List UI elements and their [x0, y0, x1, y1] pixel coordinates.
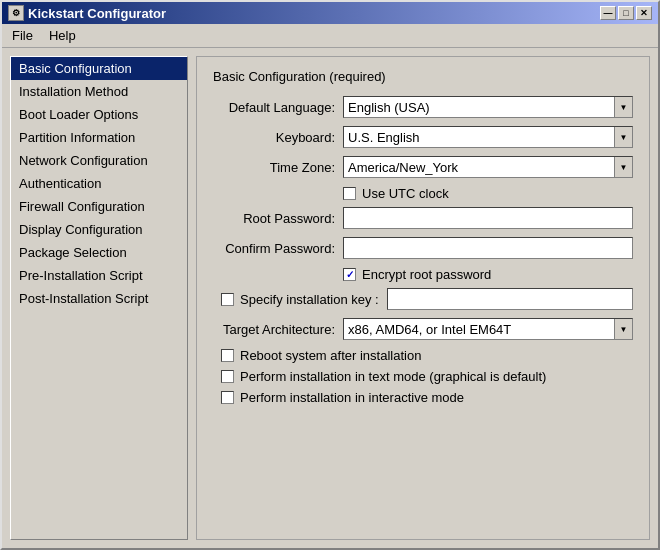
- menu-help[interactable]: Help: [43, 26, 82, 45]
- titlebar-app-icon: ⚙: [8, 5, 24, 21]
- reboot-checkbox[interactable]: [221, 349, 234, 362]
- timezone-dropdown-btn[interactable]: [614, 157, 632, 177]
- timezone-label: Time Zone:: [213, 160, 343, 175]
- confirm-password-row: Confirm Password:: [213, 237, 633, 259]
- utc-clock-checkbox-wrap[interactable]: Use UTC clock: [343, 186, 449, 201]
- titlebar: ⚙ Kickstart Configurator — □ ✕: [2, 2, 658, 24]
- default-language-label: Default Language:: [213, 100, 343, 115]
- target-arch-label: Target Architecture:: [213, 322, 343, 337]
- timezone-value: America/New_York: [344, 159, 614, 176]
- sidebar-item-authentication[interactable]: Authentication: [11, 172, 187, 195]
- keyboard-dropdown-btn[interactable]: [614, 127, 632, 147]
- text-mode-checkbox[interactable]: [221, 370, 234, 383]
- specify-key-label: Specify installation key :: [240, 292, 379, 307]
- encrypt-password-row: Encrypt root password: [213, 267, 633, 282]
- main-window: ⚙ Kickstart Configurator — □ ✕ File Help…: [0, 0, 660, 550]
- sidebar-item-display-configuration[interactable]: Display Configuration: [11, 218, 187, 241]
- utc-clock-row: Use UTC clock: [213, 186, 633, 201]
- default-language-row: Default Language: English (USA): [213, 96, 633, 118]
- sidebar-item-partition-information[interactable]: Partition Information: [11, 126, 187, 149]
- specify-key-row: Specify installation key :: [213, 288, 633, 310]
- timezone-control: America/New_York: [343, 156, 633, 178]
- sidebar-item-pre-installation-script[interactable]: Pre-Installation Script: [11, 264, 187, 287]
- utc-clock-label: Use UTC clock: [362, 186, 449, 201]
- text-mode-checkbox-wrap[interactable]: Perform installation in text mode (graph…: [221, 369, 546, 384]
- reboot-label: Reboot system after installation: [240, 348, 421, 363]
- specify-key-checkbox[interactable]: [221, 293, 234, 306]
- default-language-value: English (USA): [344, 99, 614, 116]
- encrypt-password-checkbox[interactable]: [343, 268, 356, 281]
- sidebar-item-installation-method[interactable]: Installation Method: [11, 80, 187, 103]
- keyboard-value: U.S. English: [344, 129, 614, 146]
- confirm-password-control: [343, 237, 633, 259]
- titlebar-left: ⚙ Kickstart Configurator: [8, 5, 166, 21]
- interactive-mode-checkbox-wrap[interactable]: Perform installation in interactive mode: [221, 390, 464, 405]
- keyboard-row: Keyboard: U.S. English: [213, 126, 633, 148]
- timezone-row: Time Zone: America/New_York: [213, 156, 633, 178]
- root-password-input[interactable]: [343, 207, 633, 229]
- keyboard-select[interactable]: U.S. English: [343, 126, 633, 148]
- reboot-row: Reboot system after installation: [213, 348, 633, 363]
- panel-title: Basic Configuration (required): [213, 69, 633, 84]
- minimize-button[interactable]: —: [600, 6, 616, 20]
- default-language-select[interactable]: English (USA): [343, 96, 633, 118]
- sidebar-item-network-configuration[interactable]: Network Configuration: [11, 149, 187, 172]
- confirm-password-input[interactable]: [343, 237, 633, 259]
- encrypt-password-label: Encrypt root password: [362, 267, 491, 282]
- sidebar-item-boot-loader-options[interactable]: Boot Loader Options: [11, 103, 187, 126]
- maximize-button[interactable]: □: [618, 6, 634, 20]
- sidebar-item-package-selection[interactable]: Package Selection: [11, 241, 187, 264]
- text-mode-label: Perform installation in text mode (graph…: [240, 369, 546, 384]
- default-language-control: English (USA): [343, 96, 633, 118]
- close-button[interactable]: ✕: [636, 6, 652, 20]
- target-arch-row: Target Architecture: x86, AMD64, or Inte…: [213, 318, 633, 340]
- sidebar: Basic Configuration Installation Method …: [10, 56, 188, 540]
- panel-group: Basic Configuration (required) Default L…: [196, 56, 650, 540]
- menubar: File Help: [2, 24, 658, 48]
- interactive-mode-checkbox[interactable]: [221, 391, 234, 404]
- utc-clock-checkbox[interactable]: [343, 187, 356, 200]
- reboot-checkbox-wrap[interactable]: Reboot system after installation: [221, 348, 421, 363]
- sidebar-item-basic-configuration[interactable]: Basic Configuration: [11, 57, 187, 80]
- target-arch-select[interactable]: x86, AMD64, or Intel EM64T: [343, 318, 633, 340]
- menu-file[interactable]: File: [6, 26, 39, 45]
- confirm-password-label: Confirm Password:: [213, 241, 343, 256]
- keyboard-control: U.S. English: [343, 126, 633, 148]
- target-arch-control: x86, AMD64, or Intel EM64T: [343, 318, 633, 340]
- interactive-mode-label: Perform installation in interactive mode: [240, 390, 464, 405]
- encrypt-password-checkbox-wrap[interactable]: Encrypt root password: [343, 267, 491, 282]
- right-panel: Basic Configuration (required) Default L…: [196, 56, 650, 540]
- titlebar-buttons: — □ ✕: [600, 6, 652, 20]
- sidebar-item-post-installation-script[interactable]: Post-Installation Script: [11, 287, 187, 310]
- target-arch-value: x86, AMD64, or Intel EM64T: [344, 321, 614, 338]
- target-arch-dropdown-btn[interactable]: [614, 319, 632, 339]
- keyboard-label: Keyboard:: [213, 130, 343, 145]
- specify-key-input[interactable]: [387, 288, 633, 310]
- window-title: Kickstart Configurator: [28, 6, 166, 21]
- root-password-label: Root Password:: [213, 211, 343, 226]
- interactive-mode-row: Perform installation in interactive mode: [213, 390, 633, 405]
- sidebar-item-firewall-configuration[interactable]: Firewall Configuration: [11, 195, 187, 218]
- text-mode-row: Perform installation in text mode (graph…: [213, 369, 633, 384]
- default-language-dropdown-btn[interactable]: [614, 97, 632, 117]
- root-password-control: [343, 207, 633, 229]
- timezone-select[interactable]: America/New_York: [343, 156, 633, 178]
- main-content: Basic Configuration Installation Method …: [2, 48, 658, 548]
- root-password-row: Root Password:: [213, 207, 633, 229]
